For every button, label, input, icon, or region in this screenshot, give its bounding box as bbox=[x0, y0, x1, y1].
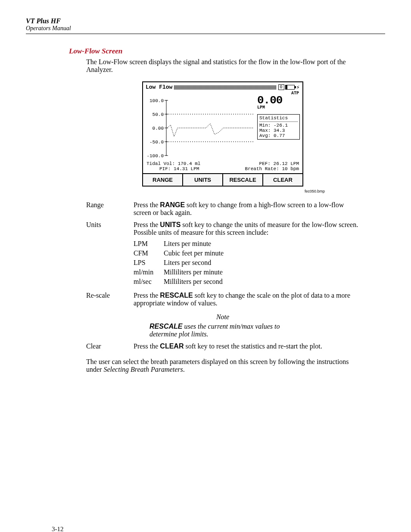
def-rescale-term: Re-scale bbox=[86, 292, 134, 307]
lcd-screen: Low Flow 0 ⚡ ATP 100.0 50.0 0.00 -50.0 -… bbox=[142, 81, 303, 187]
lcd-figure: Low Flow 0 ⚡ ATP 100.0 50.0 0.00 -50.0 -… bbox=[86, 81, 359, 187]
key-clear: CLEAR bbox=[160, 342, 184, 350]
def-units-term: Units bbox=[86, 221, 134, 287]
unit-val: Milliliters per second bbox=[164, 278, 223, 286]
page-header: VT Plus HF Operators Manual bbox=[26, 17, 385, 34]
lcd-top-indicator: 0 bbox=[278, 84, 284, 90]
def-clear-term: Clear bbox=[86, 342, 134, 350]
stat-min-label: Min: bbox=[259, 123, 271, 128]
note-body: RESCALE uses the current min/max values … bbox=[149, 323, 296, 338]
unit-key: ml/min bbox=[134, 268, 164, 276]
def-units: Units Press the UNITS soft key to change… bbox=[86, 221, 359, 287]
stat-max-label: Max: bbox=[259, 128, 271, 133]
lcd-reading-value: 0.00 bbox=[257, 96, 300, 105]
def-rescale: Re-scale Press the RESCALE soft key to c… bbox=[86, 292, 359, 307]
closing-paragraph: The user can select the breath parameter… bbox=[86, 358, 359, 373]
stat-avg-label: Avg: bbox=[259, 133, 271, 138]
stat-avg: 0.77 bbox=[274, 133, 285, 138]
lcd-softkey-row: RANGE UNITS RESCALE CLEAR bbox=[143, 173, 302, 186]
section-heading: Low-Flow Screen bbox=[69, 47, 385, 56]
note-block: Note RESCALE uses the current min/max va… bbox=[86, 313, 359, 338]
unit-val: Cubic feet per minute bbox=[164, 249, 224, 257]
stat-max: 34.3 bbox=[274, 128, 285, 133]
stat-min: -26.1 bbox=[274, 123, 288, 128]
param-tidal: 170.4 ml bbox=[178, 161, 201, 166]
key-range: RANGE bbox=[160, 201, 185, 208]
note-label: Note bbox=[86, 313, 359, 321]
ytick-0: 100.0 bbox=[149, 98, 164, 103]
softkey-range[interactable]: RANGE bbox=[143, 174, 183, 186]
param-tidal-label: Tidal Vol: bbox=[146, 161, 175, 166]
softkey-clear[interactable]: CLEAR bbox=[263, 174, 302, 186]
ytick-4: -100.0 bbox=[146, 153, 164, 159]
ytick-3: -50.0 bbox=[149, 140, 164, 145]
unit-key: ml/sec bbox=[134, 278, 164, 286]
param-pef-label: PEF: bbox=[259, 161, 271, 166]
page-number: 3-12 bbox=[52, 526, 64, 532]
param-br-label: Breath Rate: bbox=[245, 166, 279, 171]
softkey-rescale[interactable]: RESCALE bbox=[223, 174, 263, 186]
lcd-stats-title: Statistics bbox=[259, 115, 298, 122]
closing-em: Selecting Breath Parameters bbox=[103, 366, 183, 373]
battery-icon bbox=[285, 85, 295, 90]
lcd-plot-area: 100.0 50.0 0.00 -50.0 -100.0 bbox=[146, 96, 255, 160]
def-units-body: Press the UNITS soft key to change the u… bbox=[134, 221, 359, 287]
key-rescale: RESCALE bbox=[160, 292, 193, 299]
note-key: RESCALE bbox=[149, 323, 182, 330]
softkey-units[interactable]: UNITS bbox=[183, 174, 223, 186]
param-pef: 26.12 LPM bbox=[274, 161, 299, 166]
section-intro: The Low-Flow screen displays the signal … bbox=[86, 58, 359, 74]
key-units: UNITS bbox=[160, 221, 181, 228]
param-br: 10 bpm bbox=[282, 166, 299, 171]
plug-icon: ⚡ bbox=[296, 84, 300, 91]
ytick-1: 50.0 bbox=[153, 112, 164, 117]
def-range: Range Press the RANGE soft key to change… bbox=[86, 201, 359, 217]
def-range-term: Range bbox=[86, 201, 134, 217]
unit-key: LPM bbox=[134, 240, 164, 248]
unit-key: LPS bbox=[134, 259, 164, 267]
figure-caption: fec050.bmp bbox=[86, 189, 325, 193]
unit-val: Liters per minute bbox=[164, 240, 211, 248]
units-list: LPMLiters per minute CFMCubic feet per m… bbox=[134, 240, 359, 286]
def-clear: Clear Press the CLEAR soft key to reset … bbox=[86, 342, 359, 350]
lcd-title-stripe bbox=[174, 85, 276, 90]
lcd-title: Low Flow bbox=[146, 84, 172, 90]
ytick-2: 0.00 bbox=[153, 126, 164, 131]
unit-val: Liters per second bbox=[164, 259, 211, 267]
param-pif-label: PIF: bbox=[159, 166, 171, 171]
unit-val: Milliliters per minute bbox=[164, 268, 223, 276]
lcd-stats-box: Statistics Min: -26.1 Max: 34.3 Avg: 0.7… bbox=[257, 114, 300, 140]
param-pif: 14.31 LPM bbox=[174, 166, 199, 171]
header-title: VT Plus HF bbox=[26, 17, 385, 25]
def-range-body: Press the RANGE soft key to change from … bbox=[134, 201, 359, 217]
unit-key: CFM bbox=[134, 249, 164, 257]
def-rescale-body: Press the RESCALE soft key to change the… bbox=[134, 292, 359, 307]
lcd-params: Tidal Vol: 170.4 ml PEF: 26.12 LPM PIF: … bbox=[143, 160, 302, 173]
header-subtitle: Operators Manual bbox=[26, 25, 385, 32]
def-clear-body: Press the CLEAR soft key to reset the st… bbox=[134, 342, 359, 350]
